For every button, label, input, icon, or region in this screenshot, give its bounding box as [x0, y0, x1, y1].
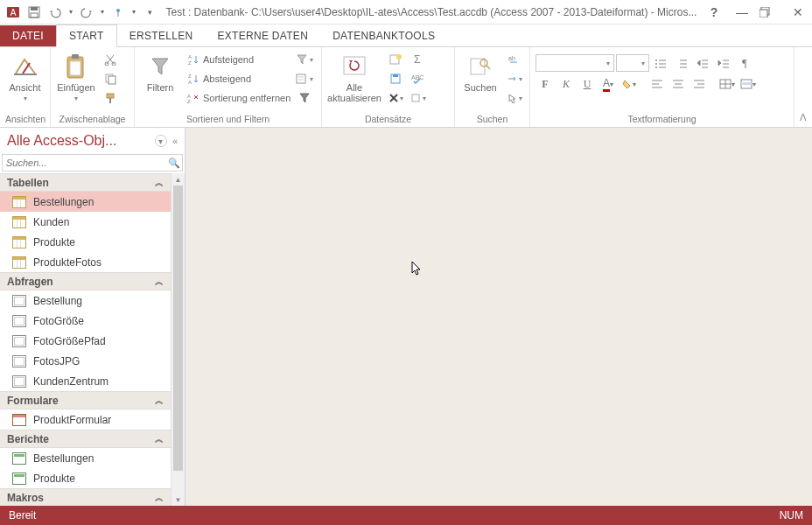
- touch-mode-icon[interactable]: [108, 3, 128, 22]
- sort-desc-icon: ZA: [186, 72, 200, 86]
- nav-report-produkte[interactable]: Produkte: [0, 468, 171, 488]
- scroll-thumb[interactable]: [173, 186, 183, 471]
- italic-button[interactable]: K: [556, 75, 576, 93]
- tab-datenbanktools[interactable]: DATENBANKTOOLS: [320, 25, 447, 46]
- nav-table-produkte[interactable]: Produkte: [0, 232, 171, 252]
- nav-report-bestellungen[interactable]: Bestellungen: [0, 448, 171, 468]
- access-app-icon[interactable]: A: [4, 3, 23, 22]
- nav-pane-header[interactable]: Alle Access-Obj... ▾ «: [0, 128, 185, 154]
- alt-row-color-icon[interactable]: ▾: [738, 75, 758, 93]
- nav-pane-title: Alle Access-Obj...: [7, 133, 150, 149]
- nav-category-abfragen[interactable]: Abfragen︽: [0, 272, 171, 290]
- nav-table-produktefotos[interactable]: ProdukteFotos: [0, 252, 171, 272]
- qat-customize-icon[interactable]: ▾: [140, 3, 159, 22]
- nav-category-tabellen[interactable]: Tabellen︽: [0, 173, 171, 192]
- help-icon[interactable]: ?: [704, 5, 724, 19]
- bold-button[interactable]: F: [536, 75, 555, 93]
- svg-point-5: [116, 9, 120, 12]
- nav-table-bestellungen[interactable]: Bestellungen: [0, 192, 171, 212]
- selection-filter-icon[interactable]: ▾: [296, 51, 313, 68]
- fill-color-button[interactable]: ▾: [620, 75, 639, 93]
- svg-text:Σ: Σ: [414, 53, 420, 66]
- nav-query-fotosjpg[interactable]: FotosJPG: [0, 351, 171, 371]
- underline-button[interactable]: U: [578, 75, 597, 93]
- ansicht-button[interactable]: Ansicht ▾: [5, 51, 45, 102]
- spelling-icon[interactable]: ABC: [410, 70, 427, 88]
- format-painter-icon[interactable]: [102, 89, 119, 107]
- nav-query-fotogroesse[interactable]: FotoGröße: [0, 311, 171, 331]
- advanced-filter-icon[interactable]: ▾: [296, 70, 313, 88]
- dropdown-icon[interactable]: ▾: [66, 3, 75, 22]
- nav-category-makros[interactable]: Makros︽: [0, 488, 171, 506]
- gridlines-icon[interactable]: ▾: [718, 75, 737, 93]
- toggle-filter-icon[interactable]: [296, 89, 313, 107]
- font-size-combo[interactable]: ▾: [616, 54, 649, 72]
- alle-aktualisieren-button[interactable]: Alle aktualisieren: [327, 51, 382, 103]
- bullets-icon[interactable]: [651, 54, 670, 72]
- nav-form-produktformular[interactable]: ProduktFormular: [0, 410, 171, 430]
- font-name-combo[interactable]: ▾: [536, 54, 614, 72]
- more-records-icon[interactable]: ▾: [410, 89, 427, 107]
- nav-collapse-icon[interactable]: «: [172, 136, 178, 146]
- scroll-up-icon[interactable]: ▲: [172, 173, 185, 186]
- close-icon[interactable]: ✕: [788, 5, 808, 19]
- indent-right-icon[interactable]: [714, 54, 733, 72]
- svg-text:ab: ab: [508, 55, 515, 61]
- collapse-icon: ︽: [155, 433, 164, 445]
- undo-icon[interactable]: [46, 3, 65, 22]
- align-right-icon[interactable]: [690, 75, 709, 93]
- font-color-button[interactable]: A▾: [598, 75, 618, 93]
- search-icon[interactable]: 🔍: [166, 155, 182, 171]
- numbering-icon[interactable]: [672, 54, 691, 72]
- redo-icon[interactable]: [77, 3, 96, 22]
- select-icon[interactable]: ▾: [506, 89, 523, 107]
- indent-left-icon[interactable]: [693, 54, 712, 72]
- minimize-icon[interactable]: ―: [732, 5, 752, 19]
- nav-category-berichte[interactable]: Berichte︽: [0, 430, 171, 448]
- aktualisieren-label: Alle aktualisieren: [327, 82, 382, 103]
- cut-icon[interactable]: [102, 51, 119, 68]
- svg-text:ABC: ABC: [411, 74, 424, 80]
- nav-search-input[interactable]: [3, 155, 166, 171]
- restore-icon[interactable]: [760, 7, 780, 18]
- copy-icon[interactable]: [102, 70, 119, 88]
- text-direction-icon[interactable]: ¶: [735, 54, 754, 72]
- align-left-icon[interactable]: [648, 75, 667, 93]
- nav-table-kunden[interactable]: Kunden: [0, 212, 171, 232]
- nav-scrollbar[interactable]: ▲ ▼: [171, 173, 185, 506]
- totals-icon[interactable]: Σ: [410, 51, 427, 68]
- suchen-button[interactable]: Suchen: [460, 51, 500, 93]
- tab-erstellen[interactable]: ERSTELLEN: [117, 25, 206, 46]
- sortierung-entfernen-button[interactable]: AZSortierung entfernen: [186, 89, 290, 107]
- table-icon: [12, 196, 26, 208]
- tab-externe-daten[interactable]: EXTERNE DATEN: [205, 25, 320, 46]
- einfuegen-label: Einfügen: [57, 82, 94, 93]
- aufsteigend-button[interactable]: AZAufsteigend: [186, 51, 290, 68]
- svg-rect-16: [107, 94, 114, 98]
- nav-category-formulare[interactable]: Formulare︽: [0, 391, 171, 410]
- collapse-ribbon-icon[interactable]: ᐱ: [794, 112, 812, 123]
- group-ansichten: Ansicht ▾ Ansichten: [0, 47, 51, 127]
- svg-text:A: A: [10, 8, 17, 18]
- align-center-icon[interactable]: [668, 75, 688, 93]
- nav-query-kundenzentrum[interactable]: KundenZentrum: [0, 371, 171, 391]
- dropdown-icon[interactable]: ▾: [130, 3, 138, 22]
- save-record-icon[interactable]: [387, 70, 404, 88]
- tab-start[interactable]: START: [56, 24, 117, 47]
- filtern-button[interactable]: Filtern: [140, 51, 180, 93]
- dropdown-icon[interactable]: ▾: [98, 3, 107, 22]
- group-datensaetze: Alle aktualisieren ▾ Σ ABC ▾ Datensätze: [322, 47, 455, 127]
- nav-filter-dropdown-icon[interactable]: ▾: [155, 135, 167, 147]
- new-record-icon[interactable]: [387, 51, 404, 68]
- goto-icon[interactable]: ▾: [506, 70, 523, 88]
- nav-query-bestellung[interactable]: Bestellung: [0, 290, 171, 311]
- tab-datei[interactable]: DATEI: [0, 25, 56, 46]
- einfuegen-button[interactable]: Einfügen ▾: [56, 51, 96, 102]
- nav-query-fotogroesse-pfad[interactable]: FotoGrößePfad: [0, 331, 171, 351]
- scroll-down-icon[interactable]: ▼: [172, 494, 185, 506]
- group-suchen: Suchen ab ▾ ▾ Suchen: [455, 47, 530, 127]
- save-icon[interactable]: [24, 3, 44, 22]
- absteigend-button[interactable]: ZAAbsteigend: [186, 70, 290, 88]
- delete-record-icon[interactable]: ▾: [387, 89, 404, 107]
- replace-icon[interactable]: ab: [506, 51, 523, 68]
